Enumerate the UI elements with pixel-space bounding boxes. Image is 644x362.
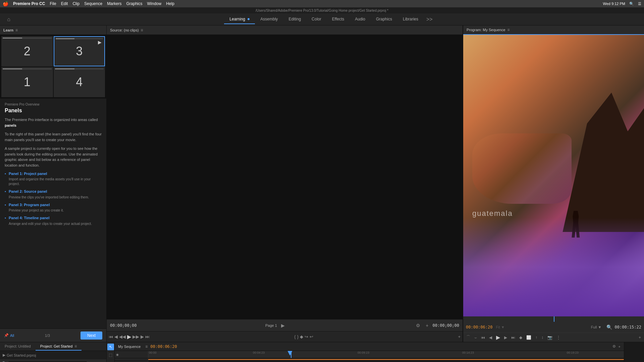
mini-bar-2 [3,38,52,39]
project-tab-get-started[interactable]: Project: Get Started ≡ [36,342,82,351]
prog-deselect-btn[interactable]: ⬜ [525,335,532,341]
tutorial-thumb-2[interactable]: 2 [1,36,53,66]
menu-window[interactable]: Window [147,1,162,6]
program-timebar[interactable] [463,316,644,322]
source-panel-header: Source: (no clips) ≡ [107,25,463,35]
prog-export-btn[interactable]: 📷 [546,335,553,341]
tool-select[interactable]: ↖ [107,344,114,350]
learn-content: Premiere Pro Overview Panels The Premier… [0,99,106,328]
menu-burger-icon[interactable]: ☰ [638,2,641,6]
source-overwrite-btn[interactable]: ↩ [310,334,313,339]
panel-list-item-4: Panel 4: Timeline panel Arrange and edit… [5,216,102,226]
source-step-back-btn[interactable]: ◀ [114,334,118,339]
program-quality-group: Full ▼ 🔍 00:00:15:22 [589,324,641,330]
source-step-fwd-btn[interactable]: ▶ [141,334,144,339]
program-menu-icon[interactable]: ≡ [507,27,510,32]
workspace-more-btn[interactable]: >> [426,16,433,22]
tab-color[interactable]: Color [306,15,327,24]
source-insert-btn[interactable]: ↪ [305,334,308,339]
menu-graphics[interactable]: Graphics [126,1,142,6]
bottom-section: Project: Untitled Project: Get Started ≡… [0,342,644,362]
quality-dropdown[interactable]: Full ▼ [591,325,602,329]
prog-play-btn[interactable]: ▶ [495,334,501,341]
prog-mark-in-btn[interactable]: ⌒ [465,334,471,341]
levels-panel: S S [624,342,644,362]
thumb-num-3: 3 [76,44,83,58]
prog-btn-bar-btn[interactable]: ⋮ [555,335,561,341]
learn-panel-menu-icon[interactable]: ≡ [15,28,18,33]
program-timecode-group: 00:00:06:20 Fit ▼ [466,325,507,329]
tab-assembly[interactable]: Assembly [255,15,283,24]
source-menu-icon[interactable]: ≡ [141,28,143,33]
menu-help[interactable]: Help [166,1,174,6]
source-play-btn[interactable]: ▶ [127,334,131,340]
source-play-prev-btn[interactable]: ⏮ [109,334,113,339]
source-mark-out-btn[interactable]: } [297,334,299,339]
menu-clip[interactable]: Clip [72,1,79,6]
next-button[interactable]: Next [80,331,102,340]
tl-more-btn[interactable]: + [619,345,621,349]
prog-step-fwd-btn[interactable]: ▶ [503,335,508,341]
project-panel: Project: Untitled Project: Get Started ≡… [0,342,107,362]
learning-live-dot [248,18,250,20]
menu-edit[interactable]: Edit [61,1,68,6]
prog-step-back-btn[interactable]: ◀ [488,335,493,341]
tab-libraries[interactable]: Libraries [397,15,424,24]
prog-lift-btn[interactable]: ↑ [534,335,538,341]
pin-icon: 📌 [4,333,9,338]
source-play-back-btn[interactable]: ◀◀ [119,334,126,339]
project-search-input[interactable] [8,361,87,362]
menu-markers[interactable]: Markers [107,1,121,6]
tool-nest[interactable]: ⬚ [107,352,114,358]
prog-goto-in-btn[interactable]: ⏮ [480,335,486,341]
menu-search-icon[interactable]: 🔍 [629,2,634,6]
apple-icon[interactable]: 🍎 [3,1,8,6]
source-settings-btn[interactable]: ⚙ [415,322,422,329]
menu-sequence[interactable]: Sequence [84,1,102,6]
all-button[interactable]: 📌 All [4,333,14,338]
workspace-home-btn[interactable]: ⌂ [4,15,13,24]
tl-settings-btn[interactable]: ⚙ [612,344,616,349]
source-play-next-btn[interactable]: ⏭ [145,334,150,339]
program-zoom-btn[interactable]: 🔍 [605,324,613,330]
fit-dropdown[interactable]: Fit ▼ [496,325,504,329]
prog-add-btn[interactable]: + [638,335,642,341]
tab-editing[interactable]: Editing [283,15,306,24]
source-mark-in-btn[interactable]: { [294,334,296,339]
source-add-marker-btn[interactable]: ◆ [300,334,303,339]
program-timecode[interactable]: 00:00:06:20 [466,325,492,329]
tool-ripple[interactable]: ↔ [107,360,114,362]
tab-learning[interactable]: Learning [224,15,255,24]
source-play-fwd-btn[interactable]: ▶▶ [132,334,139,339]
tutorial-thumb-4[interactable]: 4 [54,67,105,97]
tl-expand-btn[interactable]: ◉ [116,353,119,356]
tab-audio[interactable]: Audio [350,15,371,24]
panel-list-item-1: Panel 1: Project panel Import and organi… [5,171,102,186]
source-add-btn[interactable]: + [424,322,430,329]
mini-bar-4 [55,68,104,69]
tutorial-thumb-1[interactable]: 1 [1,67,53,97]
timeline-ruler[interactable]: 00:00 00:04:23 00:09:23 00:14:23 00:19:2… [148,351,624,358]
menu-file[interactable]: File [50,1,56,6]
project-tabs: Project: Untitled Project: Get Started ≡ [0,342,106,351]
prog-add-marker-btn[interactable]: ◆ [518,335,523,341]
prog-extract-btn[interactable]: ↕ [540,335,544,341]
tab-graphics[interactable]: Graphics [371,15,397,24]
learn-title: Panels [5,108,102,114]
prog-mark-out-btn[interactable]: ⌣ [473,335,478,341]
learn-panel-header: Learn ≡ [0,25,106,35]
tutorial-thumb-3[interactable]: 3 ▶ [54,36,105,66]
project-tab-menu-icon[interactable]: ≡ [74,344,77,349]
source-page-next-btn[interactable]: ▶ [280,322,286,329]
prog-goto-out-btn[interactable]: ⏭ [510,335,516,341]
project-tab-untitled[interactable]: Project: Untitled [0,342,36,351]
timeline-menu-icon[interactable]: ≡ [145,344,148,349]
panel-list-item-2: Panel 2: Source panel Preview the clips … [5,189,102,199]
panel-list-item-3: Panel 3: Program panel Preview your proj… [5,202,102,213]
tab-effects[interactable]: Effects [327,15,350,24]
learn-para-2: To the right of this panel (the learn pa… [5,131,102,142]
source-add-track-btn[interactable]: + [458,334,461,339]
timeline-timecode[interactable]: 00:00:06:20 [150,344,177,349]
workspace-tabs: Learning Assembly Editing Color Effects … [17,15,640,24]
folder-item[interactable]: ▶ Get Started.prproj [3,352,104,358]
